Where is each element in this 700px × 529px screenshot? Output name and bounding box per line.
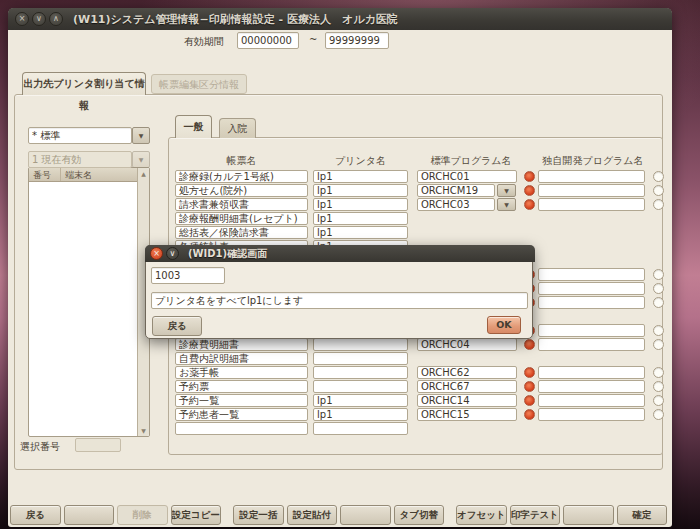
std-program-radio[interactable] — [524, 395, 535, 406]
std-program-field[interactable]: ORCHC01 — [417, 170, 517, 183]
subtab-general[interactable]: 一般 — [175, 115, 212, 138]
report-name-field[interactable]: 請求書兼領収書 — [175, 198, 308, 211]
close-icon[interactable]: × — [15, 12, 29, 26]
table-row: 総括表／保険請求書lp1 — [175, 226, 670, 240]
tab-switch-button[interactable]: タブ切替 — [394, 505, 445, 525]
custom-program-radio[interactable] — [653, 269, 664, 280]
custom-program-radio[interactable] — [653, 185, 664, 196]
printer-name-field[interactable] — [313, 352, 408, 365]
report-name-field[interactable]: 診療録(カルテ1号紙) — [175, 170, 308, 183]
dialog-back-button[interactable]: 戻る — [152, 316, 202, 336]
scroll-up-icon[interactable]: ▲ — [138, 170, 149, 177]
col-report-name: 帳票名 — [175, 154, 308, 168]
custom-program-radio[interactable] — [653, 381, 664, 392]
custom-program-radio[interactable] — [653, 339, 664, 350]
minimize-icon[interactable]: ∨ — [32, 12, 46, 26]
report-name-field[interactable]: 自費内訳明細書 — [175, 352, 308, 365]
std-program-dropdown-icon[interactable]: ▼ — [497, 198, 516, 211]
std-program-radio[interactable] — [524, 199, 535, 210]
paste-set-button[interactable]: 設定貼付 — [287, 505, 338, 525]
assign-set-select[interactable]: * 標準 — [28, 127, 132, 144]
std-program-field[interactable]: ORCHC67 — [417, 380, 517, 393]
std-program-field[interactable]: ORCHCM19 — [417, 184, 495, 197]
custom-program-field[interactable] — [538, 170, 645, 183]
printer-name-field[interactable]: lp1 — [313, 226, 408, 239]
validity-status-dropdown-icon: ▼ — [132, 151, 150, 168]
std-program-field[interactable]: ORCHC62 — [417, 366, 517, 379]
std-program-field[interactable]: ORCHC03 — [417, 198, 495, 211]
tab-printer-assignment[interactable]: 出力先プリンタ割り当て情報 — [22, 72, 146, 95]
custom-program-radio[interactable] — [653, 283, 664, 294]
dialog-message-field: プリンタ名をすべてlp1にします — [151, 292, 528, 309]
printer-name-field[interactable]: lp1 — [313, 394, 408, 407]
batch-set-button[interactable]: 設定一括 — [233, 505, 284, 525]
custom-program-field[interactable] — [538, 366, 645, 379]
copy-button[interactable]: 設定コピー — [171, 505, 222, 525]
blank-button-3[interactable] — [563, 505, 614, 525]
terminal-list[interactable]: 番号 端末名 ▲ ▼ — [28, 167, 150, 437]
print-test-button[interactable]: 印字テスト — [510, 505, 561, 525]
report-name-field[interactable]: 予約患者一覧 — [175, 408, 308, 421]
report-name-field[interactable]: 予約票 — [175, 380, 308, 393]
std-program-radio[interactable] — [524, 367, 535, 378]
printer-name-field[interactable] — [313, 422, 408, 435]
custom-program-radio[interactable] — [653, 367, 664, 378]
custom-program-radio[interactable] — [653, 395, 664, 406]
custom-program-radio[interactable] — [653, 199, 664, 210]
report-name-field[interactable]: 総括表／保険請求書 — [175, 226, 308, 239]
report-name-field[interactable]: 診療報酬明細書(レセプト) — [175, 212, 308, 225]
report-name-field[interactable]: 診療費明細書 — [175, 338, 308, 351]
custom-program-field[interactable] — [538, 296, 645, 309]
custom-program-radio[interactable] — [653, 409, 664, 420]
custom-program-field[interactable] — [538, 268, 645, 281]
custom-program-field[interactable] — [538, 394, 645, 407]
back-button[interactable]: 戻る — [10, 505, 61, 525]
report-name-field[interactable]: お薬手帳 — [175, 366, 308, 379]
printer-name-field[interactable] — [313, 338, 408, 351]
custom-program-field[interactable] — [538, 324, 645, 337]
std-program-radio[interactable] — [524, 381, 535, 392]
dialog-code-field[interactable]: 1003 — [151, 267, 225, 284]
report-name-field[interactable]: 処方せん(院外) — [175, 184, 308, 197]
scroll-down-icon[interactable]: ▼ — [138, 427, 149, 434]
printer-name-field[interactable]: lp1 — [313, 408, 408, 421]
custom-program-field[interactable] — [538, 380, 645, 393]
std-program-field[interactable]: ORCHC15 — [417, 408, 517, 421]
dialog-close-icon[interactable]: × — [150, 247, 163, 260]
valid-to-input[interactable]: 99999999 — [325, 32, 389, 49]
custom-program-radio[interactable] — [653, 325, 664, 336]
confirm-button[interactable]: 確定 — [617, 505, 668, 525]
valid-from-input[interactable]: 00000000 — [237, 32, 299, 49]
custom-program-field[interactable] — [538, 338, 645, 351]
custom-program-field[interactable] — [538, 184, 645, 197]
blank-button-1[interactable] — [64, 505, 115, 525]
report-name-field[interactable]: 予約一覧 — [175, 394, 308, 407]
custom-program-field[interactable] — [538, 198, 645, 211]
std-program-field[interactable]: ORCHC14 — [417, 394, 517, 407]
dialog-rollup-icon[interactable]: ∨ — [166, 247, 179, 260]
std-program-radio[interactable] — [524, 185, 535, 196]
printer-name-field[interactable]: lp1 — [313, 212, 408, 225]
maximize-icon[interactable]: ∧ — [49, 12, 63, 26]
printer-name-field[interactable] — [313, 380, 408, 393]
std-program-radio[interactable] — [524, 409, 535, 420]
custom-program-field[interactable] — [538, 282, 645, 295]
dialog-ok-button[interactable]: OK — [487, 316, 521, 334]
table-row: 予約票ORCHC67 — [175, 380, 670, 394]
std-program-dropdown-icon[interactable]: ▼ — [497, 184, 516, 197]
report-name-field[interactable] — [175, 422, 308, 435]
offset-button[interactable]: オフセット — [456, 505, 507, 525]
printer-name-field[interactable]: lp1 — [313, 184, 408, 197]
blank-button-2[interactable] — [340, 505, 391, 525]
printer-name-field[interactable]: lp1 — [313, 198, 408, 211]
assign-set-dropdown-icon[interactable]: ▼ — [132, 127, 150, 144]
std-program-radio[interactable] — [524, 171, 535, 182]
printer-name-field[interactable] — [313, 366, 408, 379]
custom-program-radio[interactable] — [653, 297, 664, 308]
subtab-inpatient[interactable]: 入院 — [219, 118, 256, 138]
std-program-field[interactable]: ORCHC04 — [417, 338, 517, 351]
custom-program-radio[interactable] — [653, 171, 664, 182]
printer-name-field[interactable]: lp1 — [313, 170, 408, 183]
std-program-radio[interactable] — [524, 339, 535, 350]
custom-program-field[interactable] — [538, 408, 645, 421]
